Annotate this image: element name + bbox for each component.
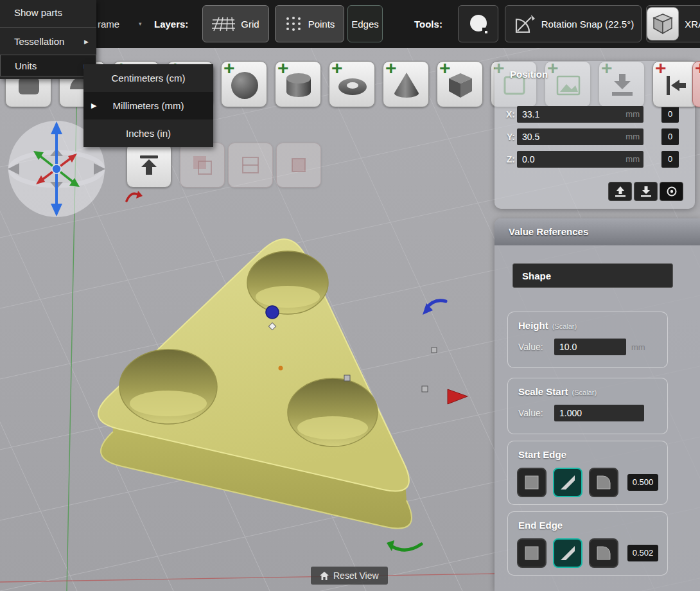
chamfer-edge-icon	[559, 473, 577, 491]
torus-icon	[337, 70, 368, 101]
xray-button-label: XRA	[685, 19, 700, 30]
center-on-bed-button[interactable]	[660, 182, 683, 201]
menu-item-units[interactable]: Units ▶	[0, 55, 96, 76]
shape-button-sphere[interactable]: +	[221, 61, 267, 107]
shape-button-cylinder[interactable]: +	[275, 61, 321, 107]
cube-icon	[445, 70, 476, 101]
position-x-input[interactable]	[517, 106, 618, 123]
shape-button-torus[interactable]: +	[329, 61, 375, 107]
height-section-title: Height(Scalar)	[508, 312, 667, 331]
units-label: Units	[15, 60, 37, 71]
shape-button-cube[interactable]: +	[437, 61, 483, 107]
scale-start-section-title: Scale Start(Scalar)	[508, 378, 667, 397]
submenu-item-centimeters[interactable]: Centimeters (cm)	[83, 64, 213, 92]
drop-to-bed-icon	[135, 151, 163, 179]
scale-start-value-label: Value:	[518, 408, 554, 418]
end-edge-chamfer-button[interactable]	[553, 538, 582, 568]
grid-icon	[212, 15, 235, 33]
end-edge-square-button[interactable]	[517, 538, 547, 568]
part-hole-top	[247, 251, 328, 314]
end-edge-round-button[interactable]	[589, 538, 618, 568]
round-edge-icon	[595, 544, 613, 562]
chamfer-edge-icon	[559, 544, 577, 562]
layer-grid-button[interactable]: Grid	[202, 5, 269, 42]
x-axis-label: X:	[504, 109, 515, 119]
top-toolbar: rame ▾ Layers: Grid Points Ed	[0, 0, 700, 48]
position-y-field[interactable]: mm	[517, 128, 643, 145]
end-edge-options: 0.502	[508, 538, 667, 568]
layers-label: Layers:	[154, 0, 188, 48]
grid-button-label: Grid	[241, 19, 259, 30]
z-unit-label: mm	[626, 151, 640, 168]
gizmo-center	[52, 164, 61, 173]
position-y-offset[interactable]: 0	[661, 128, 679, 145]
dropdown-caret-icon: ▾	[139, 0, 142, 48]
tessellation-label: Tessellation	[14, 36, 64, 47]
height-kind: (Scalar)	[552, 322, 577, 330]
xray-button[interactable]: XRA	[646, 5, 700, 42]
shape-button-cone[interactable]: +	[383, 61, 429, 107]
position-z-input[interactable]	[517, 151, 618, 168]
wireframe-dropdown[interactable]: rame	[98, 0, 119, 48]
start-edge-round-button[interactable]	[589, 468, 618, 497]
value-references-header: Value References	[494, 218, 700, 245]
sphere-icon	[229, 70, 260, 101]
z-height-handle[interactable]	[266, 306, 279, 319]
submenu-item-inches[interactable]: Inches (in)	[83, 119, 213, 147]
z-axis-label: Z:	[504, 154, 515, 164]
end-edge-section: End Edge 0.502	[507, 511, 668, 576]
reset-view-label: Reset View	[333, 570, 379, 581]
x-unit-label: mm	[626, 106, 640, 123]
menu-item-tessellation[interactable]: Tessellation ▶	[0, 29, 96, 55]
height-value-field[interactable]	[554, 339, 626, 355]
inches-label: Inches (in)	[126, 128, 171, 139]
lower-to-bed-button[interactable]	[634, 182, 658, 201]
start-edge-value[interactable]: 0.500	[627, 474, 658, 491]
scale-start-section: Scale Start(Scalar) Value:	[507, 378, 668, 434]
layer-points-button[interactable]: Points	[275, 5, 344, 42]
rotation-snap-label: Rotation Snap (22.5°)	[541, 19, 634, 30]
points-icon	[284, 15, 302, 33]
scale-start-name: Scale Start	[518, 386, 568, 397]
reset-view-button[interactable]: Reset View	[311, 567, 388, 585]
square-edge-icon	[523, 473, 541, 491]
menu-separator	[0, 27, 96, 28]
circle-tool-button[interactable]	[458, 5, 498, 42]
points-button-label: Points	[308, 19, 335, 30]
position-x-field[interactable]: mm	[517, 106, 643, 123]
raise-to-top-button[interactable]	[608, 182, 632, 201]
position-x-offset[interactable]: 0	[661, 106, 679, 123]
height-value-label: Value:	[518, 342, 554, 352]
add-icon: +	[695, 57, 700, 79]
scale-start-value-input[interactable]	[554, 405, 643, 421]
drop-to-bed-button[interactable]	[127, 143, 171, 188]
app-window: + + + + + + +	[0, 0, 700, 591]
show-parts-label: Show parts	[14, 7, 62, 18]
start-edge-options: 0.500	[508, 468, 667, 497]
position-z-offset[interactable]: 0	[661, 151, 679, 168]
rotation-snap-button[interactable]: Rotation Snap (22.5°)	[505, 5, 642, 42]
y-unit-label: mm	[626, 128, 640, 145]
units-submenu: Centimeters (cm) ▶ Millimeters (mm) Inch…	[83, 64, 213, 147]
scale-start-value-field[interactable]	[554, 405, 644, 421]
position-row-y: Y: mm 0	[504, 128, 679, 145]
start-edge-chamfer-button[interactable]	[553, 468, 582, 497]
y-axis-label: Y:	[504, 132, 515, 142]
position-z-field[interactable]: mm	[517, 151, 643, 168]
position-row-z: Z: mm 0	[504, 151, 679, 168]
align-right-button[interactable]: +	[692, 61, 700, 107]
layer-edges-button[interactable]: Edges	[347, 5, 383, 42]
shape-selector[interactable]: Shape	[512, 263, 673, 288]
millimeters-label: Millimeters (mm)	[113, 100, 184, 111]
end-edge-section-title: End Edge	[508, 512, 667, 531]
menu-item-show-parts[interactable]: Show parts	[0, 0, 96, 26]
start-edge-square-button[interactable]	[517, 468, 547, 497]
position-actions	[608, 182, 683, 201]
rotation-snap-icon	[512, 12, 536, 35]
submenu-item-millimeters[interactable]: ▶ Millimeters (mm)	[83, 92, 213, 119]
height-value-input[interactable]	[554, 339, 625, 355]
end-edge-value[interactable]: 0.502	[627, 545, 658, 561]
centimeters-label: Centimeters (cm)	[111, 73, 185, 84]
submenu-arrow-icon: ▶	[84, 29, 89, 55]
position-y-input[interactable]	[517, 128, 618, 145]
